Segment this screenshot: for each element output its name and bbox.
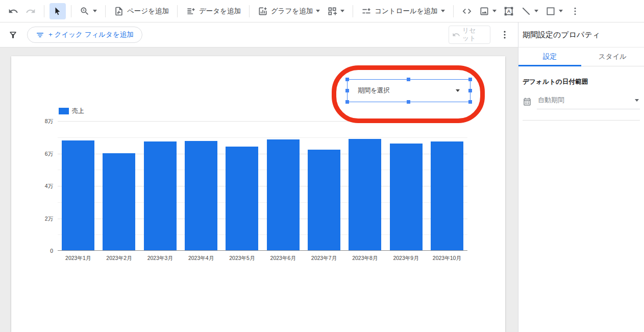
add-quick-filter-button[interactable]: + クイック フィルタを追加 xyxy=(27,27,142,43)
chart-y-axis: 02万4万6万8万 xyxy=(32,121,56,251)
insert-line-button[interactable] xyxy=(518,3,541,19)
date-range-control-label: 期間を選択 xyxy=(358,86,390,95)
gridline xyxy=(58,137,467,138)
canvas-more-button[interactable] xyxy=(498,28,512,42)
add-page-button[interactable]: ページを追加 xyxy=(111,3,172,19)
zoom-icon xyxy=(80,6,90,16)
selection-handle[interactable] xyxy=(468,100,472,104)
reset-label: リセット xyxy=(462,27,480,42)
y-tick-label: 4万 xyxy=(45,183,53,190)
bar-2023年1月 xyxy=(62,140,94,250)
add-chart-label: グラフを追加 xyxy=(271,7,313,16)
chart-x-axis: 2023年1月2023年2月2023年3月2023年4月2023年5月2023年… xyxy=(58,255,467,263)
y-tick-label: 0 xyxy=(50,248,53,254)
chart-legend: 売上 xyxy=(59,107,84,115)
chevron-down-icon xyxy=(635,99,639,102)
selection-handle[interactable] xyxy=(345,78,349,81)
bar-2023年8月 xyxy=(349,139,381,250)
chevron-down-icon xyxy=(456,89,460,92)
legend-swatch xyxy=(59,108,69,114)
filter-list-icon xyxy=(36,31,44,39)
add-control-button[interactable]: コントロールを追加 xyxy=(358,3,448,19)
reset-button[interactable]: リセット xyxy=(449,26,490,44)
toolbar-separator xyxy=(44,5,44,17)
undo-icon xyxy=(8,6,18,16)
selection-handle[interactable] xyxy=(468,78,472,81)
chevron-down-icon xyxy=(492,10,497,12)
add-chart-icon xyxy=(258,6,268,16)
default-date-range-field: 自動期間 xyxy=(523,93,640,109)
toolbar-separator xyxy=(105,5,106,17)
undo-button[interactable] xyxy=(5,3,21,19)
bar-2023年5月 xyxy=(226,147,258,250)
x-tick-label: 2023年4月 xyxy=(181,255,221,262)
tab-style[interactable]: スタイル xyxy=(581,48,644,66)
x-tick-label: 2023年3月 xyxy=(140,255,181,262)
cursor-icon xyxy=(53,7,62,16)
y-tick-label: 2万 xyxy=(45,216,53,223)
svg-text:A: A xyxy=(507,9,510,14)
quick-filter-label: + クイック フィルタを追加 xyxy=(48,30,134,39)
default-date-range-label: デフォルトの日付範囲 xyxy=(523,78,640,86)
insert-image-button[interactable] xyxy=(476,3,500,19)
properties-panel: 期間設定のプロパティ 設定 スタイル デフォルトの日付範囲 自動期間 xyxy=(518,22,644,332)
insert-text-button[interactable]: A xyxy=(501,3,517,19)
selection-handle[interactable] xyxy=(345,100,349,104)
toolbar-separator xyxy=(249,5,250,17)
x-tick-label: 2023年7月 xyxy=(304,255,344,262)
toolbar-separator xyxy=(353,5,353,17)
bar-2023年6月 xyxy=(267,139,300,250)
add-control-icon xyxy=(361,6,371,16)
panel-tabs: 設定 スタイル xyxy=(518,48,644,66)
rectangle-icon xyxy=(546,6,556,16)
toolbar-more-button[interactable] xyxy=(567,3,583,19)
bar-2023年4月 xyxy=(185,141,217,250)
select-tool-button[interactable] xyxy=(49,3,66,19)
selection-handle[interactable] xyxy=(407,100,410,104)
toolbar-separator xyxy=(177,5,178,17)
panel-divider xyxy=(523,120,640,121)
x-tick-label: 2023年9月 xyxy=(385,255,426,262)
more-vertical-icon xyxy=(570,6,580,16)
selection-handle[interactable] xyxy=(407,78,410,81)
more-vertical-icon xyxy=(500,30,510,40)
embed-code-button[interactable] xyxy=(459,3,475,19)
filter-bar-right: リセット xyxy=(449,26,512,44)
community-visualizations-button[interactable] xyxy=(324,3,348,19)
redo-button[interactable] xyxy=(22,3,39,19)
line-icon xyxy=(521,6,531,16)
x-tick-label: 2023年1月 xyxy=(58,255,98,262)
tab-setup[interactable]: 設定 xyxy=(518,48,581,66)
x-tick-label: 2023年10月 xyxy=(427,255,467,262)
main-area: + クイック フィルタを追加 リセット xyxy=(0,22,518,332)
add-data-button[interactable]: データを追加 xyxy=(183,3,244,19)
reset-undo-icon xyxy=(452,31,460,39)
add-data-label: データを追加 xyxy=(199,7,241,16)
default-date-range-section: デフォルトの日付範囲 自動期間 xyxy=(518,66,644,121)
calendar-icon xyxy=(523,97,532,106)
toolbar-separator xyxy=(453,5,454,17)
filter-button[interactable] xyxy=(6,28,20,42)
x-tick-label: 2023年6月 xyxy=(263,255,304,262)
chevron-down-icon xyxy=(340,10,344,12)
add-control-label: コントロールを追加 xyxy=(375,7,437,16)
gridline xyxy=(58,121,467,122)
chevron-down-icon xyxy=(534,10,538,12)
zoom-tool-button[interactable] xyxy=(77,3,100,19)
date-range-control[interactable]: 期間を選択 xyxy=(347,79,470,102)
insert-shape-button[interactable] xyxy=(542,3,566,19)
date-range-select[interactable]: 自動期間 xyxy=(537,93,640,109)
looker-studio-editor: ページを追加 データを追加 グラフを追加 コントロールを追加 xyxy=(0,0,644,332)
x-tick-label: 2023年8月 xyxy=(344,255,385,262)
selection-handle[interactable] xyxy=(468,89,472,92)
report-canvas[interactable]: 売上 02万4万6万8万 2023年1月2023年2月2023年3月2023年4… xyxy=(11,56,505,332)
text-box-icon: A xyxy=(504,6,514,16)
selection-handle[interactable] xyxy=(345,89,349,92)
redo-icon xyxy=(26,6,36,16)
toolbar-separator xyxy=(71,5,71,17)
add-chart-button[interactable]: グラフを追加 xyxy=(255,3,323,19)
community-viz-icon xyxy=(327,6,337,16)
chevron-down-icon xyxy=(559,10,563,12)
add-page-icon xyxy=(114,6,124,16)
chevron-down-icon xyxy=(316,10,320,12)
